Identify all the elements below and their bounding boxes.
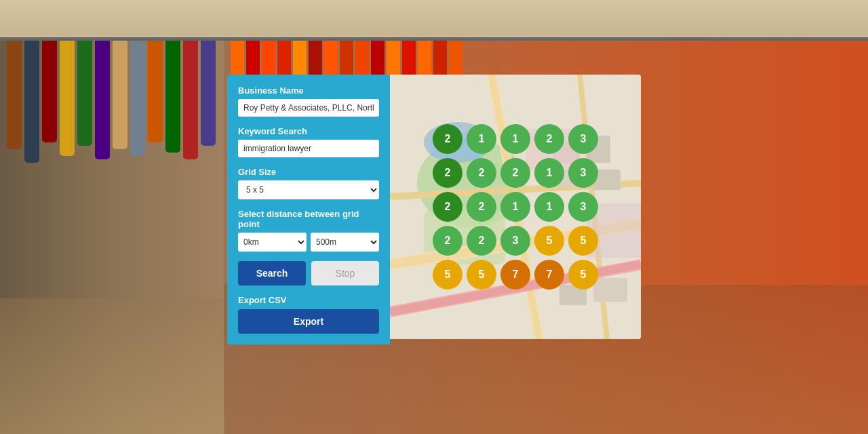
grid-dot-4-5[interactable]: 5	[568, 226, 598, 256]
grid-size-select[interactable]: 3 x 3 4 x 4 5 x 5 6 x 6 7 x 7	[238, 180, 379, 199]
grid-dot-5-5[interactable]: 5	[568, 260, 598, 290]
export-csv-label: Export CSV	[238, 295, 379, 305]
grid-size-group: Grid Size 3 x 3 4 x 4 5 x 5 6 x 6 7 x 7	[238, 167, 379, 199]
grid-dot-1-2[interactable]: 1	[467, 124, 496, 154]
search-button[interactable]: Search	[238, 261, 306, 285]
grid-row-4: 2 2 3 5 5	[433, 226, 598, 256]
grid-dot-4-3[interactable]: 3	[500, 226, 530, 256]
grid-dot-2-3[interactable]: 2	[500, 158, 530, 188]
keyword-search-input[interactable]	[238, 140, 379, 157]
grid-row-1: 2 1 1 2 3	[433, 124, 598, 154]
grid-dot-1-5[interactable]: 3	[568, 124, 598, 154]
form-panel: Business Name Keyword Search Grid Size 3…	[227, 75, 390, 344]
grid-dot-1-3[interactable]: 1	[500, 124, 530, 154]
grid-row-5: 5 5 7 7 5	[433, 260, 598, 290]
action-buttons: Search Stop	[238, 261, 379, 285]
distance-from-select[interactable]: 0km 1km 2km 5km	[238, 233, 307, 252]
grid-dot-5-4[interactable]: 7	[534, 260, 564, 290]
business-name-group: Business Name	[238, 85, 379, 117]
grid-dot-4-4[interactable]: 5	[534, 226, 564, 256]
grid-dot-3-2[interactable]: 2	[467, 192, 496, 222]
grid-dot-1-1[interactable]: 2	[433, 124, 462, 154]
business-name-input[interactable]	[238, 99, 379, 117]
distance-group: Select distance between grid point 0km 1…	[238, 209, 379, 252]
grid-dot-1-4[interactable]: 2	[534, 124, 564, 154]
grid-dot-2-2[interactable]: 2	[467, 158, 496, 188]
grid-dot-2-1[interactable]: 2	[433, 158, 462, 188]
grid-dot-5-1[interactable]: 5	[433, 260, 462, 290]
grid-dot-5-2[interactable]: 5	[467, 260, 496, 290]
map-panel: 2 1 1 2 3 2 2 2 1 3 2 2 1 1 3	[390, 75, 641, 339]
business-name-label: Business Name	[238, 85, 379, 96]
grid-row-2: 2 2 2 1 3	[433, 158, 598, 188]
grid-overlay: 2 1 1 2 3 2 2 2 1 3 2 2 1 1 3	[390, 75, 641, 339]
grid-dot-4-1[interactable]: 2	[433, 226, 462, 256]
grid-dot-3-3[interactable]: 1	[500, 192, 530, 222]
main-overlay: Business Name Keyword Search Grid Size 3…	[227, 75, 641, 344]
grid-row-3: 2 2 1 1 3	[433, 192, 598, 222]
grid-dot-2-5[interactable]: 3	[568, 158, 598, 188]
distance-to-select[interactable]: 100m 250m 500m 1km	[311, 233, 379, 252]
grid-dot-3-5[interactable]: 3	[568, 192, 598, 222]
distance-row: 0km 1km 2km 5km 100m 250m 500m 1km	[238, 233, 379, 252]
grid-dot-4-2[interactable]: 2	[467, 226, 496, 256]
distance-label: Select distance between grid point	[238, 209, 379, 229]
grid-size-label: Grid Size	[238, 167, 379, 177]
grid-dot-2-4[interactable]: 1	[534, 158, 564, 188]
keyword-search-group: Keyword Search	[238, 126, 379, 157]
export-button[interactable]: Export	[238, 309, 379, 334]
grid-dot-5-3[interactable]: 7	[500, 260, 530, 290]
stop-button[interactable]: Stop	[311, 261, 379, 285]
keyword-search-label: Keyword Search	[238, 126, 379, 136]
grid-dot-3-1[interactable]: 2	[433, 192, 462, 222]
grid-dot-3-4[interactable]: 1	[534, 192, 564, 222]
